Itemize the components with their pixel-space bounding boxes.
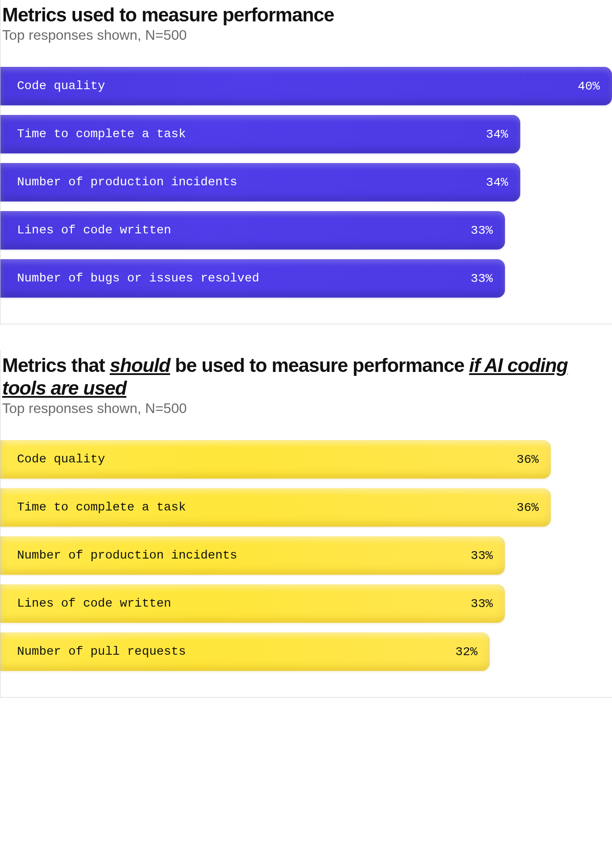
chart-subtitle: Top responses shown, N=500 — [2, 400, 610, 417]
chart-block-1: Metrics used to measure performance Top … — [0, 0, 612, 324]
bar-label: Number of pull requests — [17, 645, 186, 658]
bar-label: Number of production incidents — [17, 549, 237, 562]
bar: Code quality 36% — [0, 440, 551, 479]
chart-subtitle: Top responses shown, N=500 — [2, 27, 610, 43]
bar: Number of production incidents 33% — [0, 536, 505, 575]
bar-label: Time to complete a task — [17, 500, 186, 514]
bar-value: 32% — [456, 645, 477, 658]
bars-container: Code quality 40% Time to complete a task… — [0, 54, 612, 324]
bar-value: 33% — [471, 271, 493, 285]
bar: Number of bugs or issues resolved 33% — [0, 259, 505, 298]
bar: Number of production incidents 34% — [0, 163, 520, 201]
bar-value: 36% — [517, 452, 539, 466]
bar-label: Number of bugs or issues resolved — [17, 271, 259, 285]
bar-value: 34% — [486, 127, 508, 141]
bar-value: 36% — [517, 500, 539, 514]
chart-block-2: Metrics that should be used to measure p… — [0, 351, 612, 698]
bar-label: Number of production incidents — [17, 175, 237, 189]
bar-row: Number of pull requests 32% — [0, 632, 612, 671]
bar: Lines of code written 33% — [0, 211, 505, 250]
bar-row: Number of production incidents 34% — [0, 163, 612, 201]
bar-row: Code quality 40% — [0, 67, 612, 105]
bar-label: Lines of code written — [17, 223, 171, 237]
chart-header: Metrics that should be used to measure p… — [0, 351, 612, 427]
bar: Number of pull requests 32% — [0, 632, 490, 671]
bar: Time to complete a task 34% — [0, 115, 520, 153]
bar-value: 33% — [471, 223, 493, 237]
bar-value: 33% — [471, 549, 493, 562]
bar-label: Code quality — [17, 452, 105, 466]
bar-label: Time to complete a task — [17, 127, 186, 141]
bar-row: Lines of code written 33% — [0, 211, 612, 250]
bar: Code quality 40% — [0, 67, 612, 105]
bar-label: Code quality — [17, 79, 105, 93]
bar-row: Time to complete a task 34% — [0, 115, 612, 153]
bar-row: Lines of code written 33% — [0, 584, 612, 623]
chart-title: Metrics that should be used to measure p… — [2, 354, 610, 399]
bar: Time to complete a task 36% — [0, 488, 551, 527]
bar-row: Time to complete a task 36% — [0, 488, 612, 527]
bar-label: Lines of code written — [17, 597, 171, 610]
bar-row: Number of bugs or issues resolved 33% — [0, 259, 612, 298]
bar-row: Code quality 36% — [0, 440, 612, 479]
bar-value: 34% — [486, 175, 508, 189]
chart-header: Metrics used to measure performance Top … — [0, 0, 612, 54]
bar: Lines of code written 33% — [0, 584, 505, 623]
bar-value: 40% — [578, 79, 600, 93]
chart-title: Metrics used to measure performance — [2, 3, 610, 26]
bar-value: 33% — [471, 597, 493, 610]
bar-row: Number of production incidents 33% — [0, 536, 612, 575]
bars-container: Code quality 36% Time to complete a task… — [0, 427, 612, 697]
